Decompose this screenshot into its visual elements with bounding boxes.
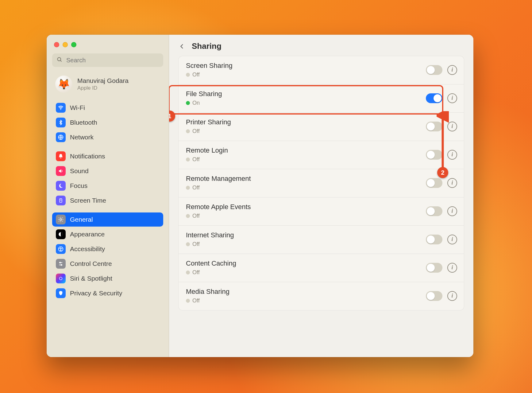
- info-button-remote-management[interactable]: i: [447, 178, 457, 188]
- row-status: Off: [192, 72, 200, 78]
- sidebar-item-privacy-security[interactable]: Privacy & Security: [52, 286, 163, 300]
- status-dot-icon: [186, 129, 190, 133]
- main-content: Sharing Screen Sharing Off i File S: [169, 35, 473, 357]
- sidebar-item-general[interactable]: General: [52, 212, 163, 227]
- svg-point-2: [60, 109, 61, 110]
- row-media-sharing: Media Sharing Off i: [179, 282, 464, 310]
- sidebar-item-network[interactable]: Network: [52, 130, 163, 144]
- sidebar-item-siri-spotlight[interactable]: Siri & Spotlight: [52, 271, 163, 286]
- row-status: Off: [192, 128, 200, 134]
- general-icon: [56, 215, 66, 224]
- sidebar-item-sound[interactable]: Sound: [52, 164, 163, 178]
- sidebar-item-label: Notifications: [70, 153, 105, 160]
- info-button-media-sharing[interactable]: i: [447, 291, 457, 301]
- settings-window: 🦊 Manuviraj Godara Apple ID Wi-Fi: [47, 35, 473, 357]
- search-field-wrap: [52, 53, 163, 67]
- apple-id-account-row[interactable]: 🦊 Manuviraj Godara Apple ID: [47, 72, 169, 99]
- info-button-file-sharing[interactable]: i: [447, 93, 457, 103]
- network-icon: [56, 132, 66, 142]
- row-remote-apple-events: Remote Apple Events Off i: [179, 197, 464, 226]
- account-subtitle: Apple ID: [77, 85, 129, 91]
- row-status: Off: [192, 156, 200, 163]
- info-button-printer-sharing[interactable]: i: [447, 122, 457, 131]
- row-file-sharing: File Sharing On i: [179, 84, 464, 113]
- info-button-remote-login[interactable]: i: [447, 150, 457, 160]
- sidebar-item-notifications[interactable]: Notifications: [52, 149, 163, 163]
- sidebar-item-bluetooth[interactable]: Bluetooth: [52, 115, 163, 130]
- toggle-media-sharing[interactable]: [426, 291, 442, 301]
- account-name: Manuviraj Godara: [77, 77, 129, 84]
- page-title: Sharing: [192, 41, 222, 51]
- row-internet-sharing: Internet Sharing Off i: [179, 226, 464, 254]
- svg-point-12: [61, 264, 62, 265]
- svg-point-8: [60, 247, 61, 248]
- status-dot-icon: [186, 270, 190, 274]
- bluetooth-icon: [56, 118, 66, 127]
- toggle-file-sharing[interactable]: [426, 93, 442, 103]
- window-controls: [47, 39, 169, 52]
- sidebar: 🦊 Manuviraj Godara Apple ID Wi-Fi: [47, 35, 169, 357]
- control-centre-icon: [56, 259, 66, 269]
- close-window-button[interactable]: [54, 42, 59, 47]
- focus-icon: [56, 181, 66, 191]
- sidebar-item-label: Siri & Spotlight: [70, 275, 112, 282]
- sharing-content: Screen Sharing Off i File Sharing On i: [169, 56, 473, 357]
- row-status: On: [192, 100, 200, 106]
- row-status: Off: [192, 185, 200, 191]
- svg-line-1: [60, 60, 62, 62]
- row-title: Printer Sharing: [186, 118, 426, 126]
- row-title: Remote Login: [186, 146, 426, 154]
- status-dot-icon: [186, 73, 190, 77]
- notifications-icon: [56, 151, 66, 161]
- avatar: 🦊: [55, 76, 72, 93]
- row-printer-sharing: Printer Sharing Off i: [179, 113, 464, 141]
- row-title: Media Sharing: [186, 288, 426, 296]
- row-title: Internet Sharing: [186, 231, 426, 239]
- back-button[interactable]: [178, 42, 186, 51]
- toggle-printer-sharing[interactable]: [426, 122, 442, 131]
- info-button-internet-sharing[interactable]: i: [447, 235, 457, 244]
- appearance-icon: [56, 229, 66, 239]
- toggle-content-caching[interactable]: [426, 263, 442, 273]
- sidebar-item-label: Sound: [70, 167, 89, 175]
- toggle-screen-sharing[interactable]: [426, 65, 442, 75]
- info-button-screen-sharing[interactable]: i: [447, 65, 457, 75]
- toggle-internet-sharing[interactable]: [426, 235, 442, 244]
- info-button-remote-apple-events[interactable]: i: [447, 206, 457, 216]
- sidebar-item-label: General: [70, 216, 93, 223]
- sidebar-item-accessibility[interactable]: Accessibility: [52, 242, 163, 256]
- sidebar-item-label: Bluetooth: [70, 119, 97, 126]
- sidebar-item-label: Appearance: [70, 231, 105, 238]
- sidebar-item-control-centre[interactable]: Control Centre: [52, 257, 163, 271]
- info-button-content-caching[interactable]: i: [447, 263, 457, 273]
- siri-icon: [56, 274, 66, 283]
- sidebar-item-label: Screen Time: [70, 197, 106, 204]
- sidebar-item-label: Privacy & Security: [70, 290, 122, 297]
- toggle-remote-apple-events[interactable]: [426, 206, 442, 216]
- svg-point-0: [57, 57, 61, 61]
- minimize-window-button[interactable]: [63, 42, 68, 47]
- row-status: Off: [192, 213, 200, 219]
- sidebar-item-wifi[interactable]: Wi-Fi: [52, 101, 163, 115]
- desktop-background: 🦊 Manuviraj Godara Apple ID Wi-Fi: [0, 0, 532, 393]
- screen-time-icon: [56, 196, 66, 205]
- sidebar-item-screen-time[interactable]: Screen Time: [52, 193, 163, 208]
- toggle-remote-management[interactable]: [426, 178, 442, 188]
- fullscreen-window-button[interactable]: [71, 42, 76, 47]
- row-remote-login: Remote Login Off i: [179, 141, 464, 169]
- row-status: Off: [192, 298, 200, 304]
- search-icon: [56, 56, 63, 64]
- search-input[interactable]: [52, 53, 163, 67]
- sidebar-item-appearance[interactable]: Appearance: [52, 227, 163, 241]
- row-remote-management: Remote Management Off i: [179, 169, 464, 197]
- svg-point-5: [60, 219, 62, 220]
- status-dot-icon: [186, 214, 190, 218]
- sidebar-item-focus[interactable]: Focus: [52, 179, 163, 193]
- sidebar-item-label: Accessibility: [70, 245, 105, 253]
- accessibility-icon: [56, 244, 66, 254]
- row-status: Off: [192, 241, 200, 247]
- status-dot-icon: [186, 101, 190, 105]
- sidebar-item-label: Control Centre: [70, 260, 112, 267]
- titlebar: Sharing: [169, 35, 473, 56]
- toggle-remote-login[interactable]: [426, 150, 442, 160]
